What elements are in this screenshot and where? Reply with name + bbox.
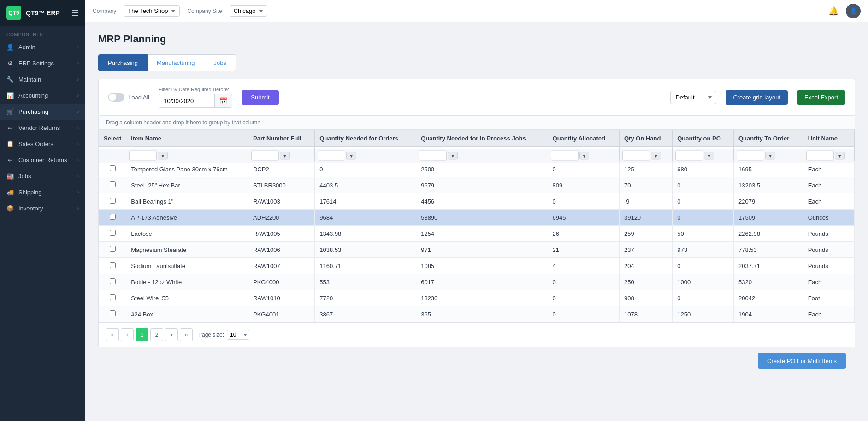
create-grid-layout-button[interactable]: Create grid layout [726,90,788,105]
sidebar-item-label-sales-orders: Sales Orders [18,140,53,147]
sidebar-item-shipping[interactable]: 🚚 Shipping › [0,184,85,200]
menu-toggle-icon[interactable]: ☰ [71,8,79,18]
row-select-checkbox[interactable] [110,294,116,300]
filter-qty-on-hand: ▼ [619,148,672,163]
pagination-prev-btn[interactable]: ‹ [121,328,134,341]
filter-qty-to-order: ▼ [733,148,803,163]
filter-qty-to-order-input[interactable] [737,151,764,161]
sidebar-item-inventory[interactable]: 📦 Inventory › [0,200,85,216]
table-row: Steel Wire .55 RAW1010 7720 13230 0 908 … [99,290,855,306]
row-select-cell [99,290,126,306]
row-qty-to-order: 20042 [733,290,803,306]
filter-qty-allocated-input[interactable] [551,151,579,161]
filter-qty-on-hand-input[interactable] [622,151,650,161]
row-select-checkbox[interactable] [110,278,116,284]
sidebar-item-label-admin: Admin [18,44,35,51]
load-all-switch[interactable] [108,93,124,102]
notification-bell-icon[interactable]: 🔔 [828,6,838,16]
app-title: QT9™ ERP [26,9,60,17]
row-select-checkbox[interactable] [110,214,116,220]
row-select-checkbox[interactable] [110,181,116,187]
row-unit-name: Pounds [803,242,854,258]
filter-qty-orders-input[interactable] [318,151,345,161]
pagination-next-btn[interactable]: › [165,328,178,341]
pagination-page-1-btn[interactable]: 1 [136,328,148,341]
tab-manufacturing[interactable]: Manufacturing [147,54,204,71]
filter-qty-jobs-btn[interactable]: ▼ [448,152,458,159]
row-select-checkbox[interactable] [110,262,116,268]
filter-qty-jobs-input[interactable] [419,151,447,161]
sidebar-item-accounting[interactable]: 📊 Accounting › [0,88,85,104]
row-item-name: #24 Box [126,306,248,322]
filter-part-number-input[interactable] [251,151,279,161]
table-row: #24 Box PKG4001 3867 365 0 1078 1250 190… [99,306,855,322]
filter-qty-on-po-btn[interactable]: ▼ [704,152,714,159]
col-qty-allocated: Quantity Allocated [548,130,619,147]
filter-qty-on-po: ▼ [673,148,734,163]
sidebar-item-jobs[interactable]: 🏭 Jobs › [0,168,85,184]
row-qty-allocated: 0 [548,161,619,177]
filter-part-number-btn[interactable]: ▼ [280,152,290,159]
col-qty-jobs: Quantity Needed for In Process Jobs [416,130,548,147]
filter-unit-name-input[interactable] [806,151,834,161]
row-qty-allocated: 0 [548,306,619,322]
sidebar-item-label-purchasing: Purchasing [18,108,48,115]
filter-qty-allocated-btn[interactable]: ▼ [579,152,590,159]
row-qty-on-po: 0 [673,290,734,306]
row-qty-orders: 7720 [315,290,416,306]
filter-qty-orders: ▼ [315,148,416,163]
sidebar-item-customer-returns[interactable]: ↩ Customer Returns › [0,152,85,168]
filter-qty-to-order-btn[interactable]: ▼ [765,152,775,159]
tab-jobs[interactable]: Jobs [204,54,236,71]
row-select-cell [99,210,126,226]
row-qty-orders: 553 [315,274,416,290]
date-filter-label: Filter By Date Required Before: [159,87,232,92]
site-select[interactable]: Chicago [230,5,267,17]
row-unit-name: Each [803,274,854,290]
row-select-checkbox[interactable] [110,310,116,316]
date-input[interactable] [159,95,214,107]
row-select-cell [99,226,126,242]
sidebar-item-admin[interactable]: 👤 Admin › [0,39,85,55]
sidebar-item-sales-orders[interactable]: 📋 Sales Orders › [0,136,85,152]
row-unit-name: Ounces [803,210,854,226]
pagination-page-2-btn[interactable]: 2 [150,328,163,341]
filter-qty-on-po-input[interactable] [675,151,703,161]
row-select-checkbox[interactable] [110,246,116,252]
date-input-wrap: 📅 [159,94,232,108]
row-select-checkbox[interactable] [110,230,116,236]
pagination-last-btn[interactable]: » [180,328,193,341]
row-select-cell [99,177,126,193]
excel-export-button[interactable]: Excel Export [797,90,845,105]
sidebar-item-label-vendor-returns: Vendor Returns [18,124,60,131]
table-wrap: Select Item Name Part Number Full Quanti… [99,130,855,322]
filter-qty-on-hand-btn[interactable]: ▼ [651,152,661,159]
page-title: MRP Planning [98,33,855,45]
sidebar-item-erp-settings[interactable]: ⚙ ERP Settings › [0,55,85,71]
jobs-arrow-icon: › [77,174,79,179]
filter-item-name-input[interactable] [129,151,157,161]
company-select[interactable]: The Tech Shop [124,5,180,17]
pagination-bar: « ‹ 1 2 › » Page size: 10 25 50 100 [98,323,855,347]
row-qty-jobs: 53890 [416,210,548,226]
filter-qty-orders-btn[interactable]: ▼ [346,152,356,159]
grid-layout-select[interactable]: Default [670,91,716,104]
page-size-select[interactable]: 10 25 50 100 [227,330,249,340]
create-po-button[interactable]: Create PO For Multi Items [758,353,846,369]
calendar-icon-button[interactable]: 📅 [214,94,232,107]
tab-purchasing[interactable]: Purchasing [98,54,148,71]
sidebar-item-vendor-returns[interactable]: ↩ Vendor Returns › [0,120,85,136]
filter-item-name-btn[interactable]: ▼ [158,152,168,159]
sidebar-item-label-accounting: Accounting [18,92,48,99]
filter-unit-name-btn[interactable]: ▼ [835,152,845,159]
row-qty-allocated: 4 [548,258,619,274]
pagination-first-btn[interactable]: « [106,328,119,341]
submit-button[interactable]: Submit [242,90,278,105]
sidebar-item-maintain[interactable]: 🔧 Maintain › [0,71,85,88]
row-select-checkbox[interactable] [110,165,116,171]
row-qty-orders: 1160.71 [315,258,416,274]
row-select-checkbox[interactable] [110,198,116,204]
sidebar-item-purchasing[interactable]: 🛒 Purchasing › [0,104,85,120]
user-avatar[interactable]: 👤 [846,4,861,18]
table-row: Magnesium Stearate RAW1006 1038.53 971 2… [99,242,855,258]
